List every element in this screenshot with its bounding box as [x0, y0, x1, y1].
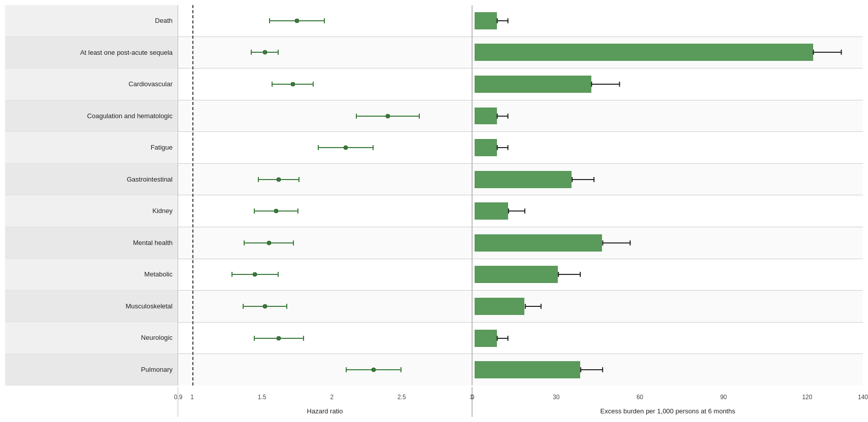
error-bar [318, 147, 374, 148]
forest-row [178, 323, 472, 355]
bar-error-line [497, 20, 509, 21]
bar-error-line [497, 116, 509, 117]
bar-fill [475, 330, 497, 347]
error-bar [243, 306, 287, 307]
forest-row [178, 100, 472, 132]
bar-xlabel: Excess burden per 1,000 persons at 6 mon… [472, 407, 863, 417]
error-bar-right-cap [293, 240, 294, 245]
bar-axis-tick: 0 [471, 394, 475, 401]
forest-axis-tick: 2.5 [397, 394, 406, 401]
forest-axis-tick: 2 [330, 394, 333, 401]
bar-fill [475, 298, 524, 315]
error-bar-center [262, 50, 267, 55]
error-bar-center [277, 177, 281, 182]
bar-error-left-cap [497, 18, 498, 23]
bar-row [473, 5, 863, 37]
row-label: Musculoskeletal [5, 291, 178, 323]
labels-column: DeathAt least one post-acute sequelaCard… [5, 5, 178, 385]
bar-error-right-cap [630, 240, 631, 245]
bar-error-line [497, 338, 509, 339]
error-bar-left-cap [318, 145, 319, 150]
error-bar-center [344, 146, 348, 150]
bar-row [473, 37, 863, 69]
error-bar-left-cap [231, 272, 232, 277]
bar-fill [475, 171, 572, 188]
error-bar-right-cap [373, 145, 374, 150]
main-row: DeathAt least one post-acute sequelaCard… [5, 5, 863, 385]
bar-row [473, 291, 863, 323]
bar-fill [475, 108, 497, 125]
forest-axis-tick: 1.5 [258, 394, 266, 401]
error-bar [272, 84, 314, 85]
forest-row [178, 68, 472, 100]
error-bar-left-cap [251, 50, 252, 55]
axis-ticks-row: 0.911.522.53 0306090120140 [5, 385, 863, 407]
forest-axis-ticks: 0.911.522.53 [178, 387, 472, 407]
bar-error-right-cap [507, 18, 508, 23]
forest-row [178, 132, 472, 164]
row-label: Metabolic [5, 259, 178, 291]
chart-wrapper: DeathAt least one post-acute sequelaCard… [5, 5, 863, 417]
forest-row [178, 37, 472, 69]
error-bar-left-cap [269, 18, 270, 23]
bar-fill [475, 139, 497, 156]
error-bar [356, 116, 420, 117]
bar-axis-tick: 120 [802, 394, 812, 401]
bar-error-line [558, 274, 581, 275]
error-bar [251, 52, 279, 53]
bar-error-right-cap [602, 367, 603, 372]
bar-fill [475, 12, 497, 29]
bar-error-line [813, 52, 842, 53]
bar-axis-tick: 60 [637, 394, 643, 401]
error-bar-center [266, 240, 271, 245]
error-bar-right-cap [303, 336, 304, 341]
bar-axis-ticks: 0306090120140 [472, 387, 863, 407]
bar-row [473, 164, 863, 196]
bar-row [473, 195, 863, 227]
bar-error-right-cap [507, 336, 508, 341]
forest-axis-tick: 1 [190, 394, 194, 401]
bar-row [473, 227, 863, 259]
bar-error-left-cap [497, 336, 498, 341]
bar-error-left-cap [580, 367, 581, 372]
error-bar-left-cap [346, 367, 347, 372]
error-bar-center [262, 304, 267, 308]
error-bar [254, 210, 298, 212]
forest-row [178, 5, 472, 37]
error-bar-center [385, 114, 390, 118]
forest-row [178, 195, 472, 227]
bar-error-line [602, 242, 630, 243]
bar-error-line [508, 210, 525, 212]
bar-axis-tick: 30 [553, 394, 559, 401]
bar-chart [472, 5, 863, 385]
error-bar-right-cap [419, 114, 420, 119]
error-bar-right-cap [286, 304, 287, 309]
error-bar-right-cap [278, 272, 279, 277]
forest-xlabel: Hazard ratio [178, 407, 472, 417]
bar-row [473, 354, 863, 385]
forest-row [178, 164, 472, 196]
error-bar-right-cap [297, 208, 298, 214]
bar-error-line [580, 369, 603, 370]
error-bar-center [290, 82, 295, 86]
bar-error-left-cap [813, 50, 814, 55]
bar-row [473, 323, 863, 355]
bar-error-right-cap [507, 114, 508, 119]
bar-error-line [591, 84, 620, 85]
bar-error-left-cap [497, 114, 498, 119]
bar-error-right-cap [841, 50, 842, 55]
row-label: Kidney [5, 195, 178, 227]
error-bar [346, 369, 402, 370]
error-bar [244, 242, 294, 243]
error-bar-left-cap [243, 304, 244, 309]
row-label: Gastrointestinal [5, 164, 178, 196]
axis-section: 0.911.522.53 0306090120140 Hazard ratio … [5, 385, 863, 417]
error-bar-left-cap [244, 240, 245, 245]
bar-fill [475, 234, 602, 252]
row-label: Neurologic [5, 322, 178, 354]
bar-error-right-cap [593, 177, 594, 182]
bar-axis-tick: 90 [720, 394, 727, 401]
error-bar-right-cap [400, 367, 402, 372]
error-bar [258, 179, 300, 180]
error-bar-center [274, 209, 278, 214]
